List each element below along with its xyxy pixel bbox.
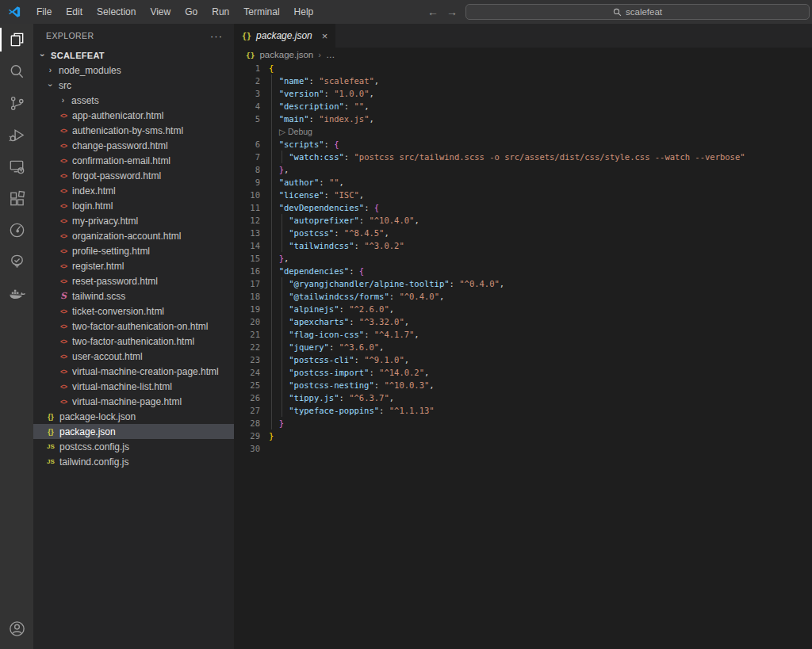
code-line[interactable]: 23 "postcss-cli": "^9.1.0",	[234, 353, 812, 366]
code-line[interactable]: 5 "main": "index.js",	[234, 113, 812, 125]
tree-item-virtual-machine-page-html[interactable]: <>virtual-machine-page.html	[33, 394, 234, 409]
code-line[interactable]: 16 "dependencies": {	[234, 265, 812, 277]
tree-item-index-html[interactable]: <>index.html	[33, 183, 234, 198]
menu-file[interactable]: File	[29, 3, 59, 21]
code-line[interactable]: 4 "description": "",	[234, 100, 812, 113]
code-line[interactable]: 6 "scripts": {	[234, 138, 812, 151]
command-center-search[interactable]: scalefeat	[465, 4, 810, 20]
code-line[interactable]: 25 "postcss-nesting": "^10.0.3",	[234, 379, 812, 391]
explorer-sidebar: EXPLORER ··· ›SCALEFEAT›node_modules›src…	[33, 24, 234, 649]
line-number: 5	[234, 113, 269, 125]
menu-run[interactable]: Run	[205, 3, 236, 21]
clock-icon[interactable]	[0, 214, 33, 246]
breadcrumb-more[interactable]: …	[326, 50, 335, 59]
explorer-title: EXPLORER	[46, 31, 94, 40]
breadcrumb-file[interactable]: package.json	[259, 50, 313, 59]
tab-close-icon[interactable]: ×	[322, 30, 328, 42]
code-line[interactable]: 3 "version": "1.0.0",	[234, 87, 812, 100]
tree-item-organization-account-html[interactable]: <>organization-account.html	[33, 228, 234, 243]
code-line[interactable]: 14 "tailwindcss": "^3.0.2"	[234, 239, 812, 252]
tree-item-two-factor-authenication-html[interactable]: <>two-factor-authenication.html	[33, 334, 234, 349]
indent-guide	[282, 404, 282, 417]
todo-tree-icon[interactable]	[0, 246, 33, 277]
indent-guide	[282, 239, 282, 252]
line-number: 1	[234, 62, 269, 74]
tree-item-my-privacy-html[interactable]: <>my-privacy.html	[33, 213, 234, 228]
menu-edit[interactable]: Edit	[59, 3, 90, 21]
code-line[interactable]: 15 },	[234, 252, 812, 265]
code-line[interactable]: 8 },	[234, 163, 812, 176]
docker-icon[interactable]	[0, 277, 33, 309]
menu-view[interactable]: View	[143, 3, 178, 21]
tree-item-login-html[interactable]: <>login.html	[33, 198, 234, 213]
explorer-actions-icon[interactable]: ···	[210, 30, 223, 42]
tree-item-profile-setting-html[interactable]: <>profile-setting.html	[33, 243, 234, 258]
code-line[interactable]: 9 "author": "",	[234, 176, 812, 189]
code-line[interactable]: 13 "postcss": "^8.4.5",	[234, 227, 812, 239]
back-arrow-icon[interactable]: ←	[427, 6, 439, 18]
breadcrumb: {} package.json › …	[234, 48, 812, 62]
html-file-icon: <>	[57, 127, 70, 135]
code-line[interactable]: 30	[234, 442, 812, 455]
code-line[interactable]: 1{	[234, 62, 812, 74]
tree-item-authenication-by-sms-html[interactable]: <>authenication-by-sms.html	[33, 123, 234, 138]
tree-item-register-html[interactable]: <>register.html	[33, 258, 234, 273]
code-line[interactable]: 11 "devDependencies": {	[234, 201, 812, 214]
tree-item-postcss-config-js[interactable]: JSpostcss.config.js	[33, 439, 234, 454]
extensions-icon[interactable]	[0, 182, 33, 214]
tree-item-user-accout-html[interactable]: <>user-accout.html	[33, 349, 234, 364]
code-line[interactable]: 7 "watch:css": "postcss src/tailwind.scs…	[234, 151, 812, 163]
search-icon[interactable]	[0, 55, 33, 87]
menu-terminal[interactable]: Terminal	[236, 3, 286, 21]
menu-help[interactable]: Help	[287, 3, 321, 21]
code-line[interactable]: 10 "license": "ISC",	[234, 189, 812, 201]
editor-group: {} package.json × {} package.json › … 1{…	[234, 24, 812, 649]
codelens-row[interactable]: ▷ Debug	[234, 125, 812, 138]
code-line[interactable]: 24 "postcss-import": "^14.0.2",	[234, 366, 812, 379]
vscode-window: FileEditSelectionViewGoRunTerminalHelp ←…	[0, 0, 812, 649]
tree-item-node-modules[interactable]: ›node_modules	[33, 63, 234, 78]
tree-item-src[interactable]: ›src	[33, 78, 234, 93]
tab-package-json[interactable]: {} package.json ×	[234, 24, 336, 48]
code-editor[interactable]: 1{2 "name": "scalefeat",3 "version": "1.…	[234, 62, 812, 649]
tree-item-scalefeat[interactable]: ›SCALEFEAT	[33, 48, 234, 63]
tree-item-virtual-machine-creation-page-html[interactable]: <>virtual-machine-creation-page.html	[33, 364, 234, 379]
tree-item-package-lock-json[interactable]: {}package-lock.json	[33, 409, 234, 424]
tree-item-change-password-html[interactable]: <>change-password.html	[33, 138, 234, 153]
tree-item-two-factor-authenication-on-html[interactable]: <>two-factor-authenication-on.html	[33, 319, 234, 334]
tree-item-forgot-password-html[interactable]: <>forgot-password.html	[33, 168, 234, 183]
tree-item-tailwind-config-js[interactable]: JStailwind.config.js	[33, 454, 234, 469]
explorer-icon[interactable]	[0, 24, 33, 55]
indent-guide	[271, 353, 272, 366]
codelens-debug[interactable]: ▷ Debug	[269, 127, 312, 136]
line-content: "flag-icon-css": "^4.1.7",	[269, 328, 812, 341]
forward-arrow-icon[interactable]: →	[446, 6, 458, 18]
tree-item-reset-password-html[interactable]: <>reset-password.html	[33, 273, 234, 288]
code-line[interactable]: 26 "tippy.js": "^6.3.7",	[234, 391, 812, 404]
source-control-icon[interactable]	[0, 87, 33, 119]
code-line[interactable]: 22 "jquery": "^3.6.0",	[234, 341, 812, 353]
code-line[interactable]: 21 "flag-icon-css": "^4.1.7",	[234, 328, 812, 341]
code-line[interactable]: 2 "name": "scalefeat",	[234, 74, 812, 87]
tree-item-assets[interactable]: ›assets	[33, 93, 234, 108]
remote-explorer-icon[interactable]	[0, 151, 33, 182]
tree-item-ticket-conversion-html[interactable]: <>ticket-conversion.html	[33, 304, 234, 319]
tree-item-confirmation-email-html[interactable]: <>confirmation-email.html	[33, 153, 234, 168]
menu-selection[interactable]: Selection	[90, 3, 143, 21]
run-debug-icon[interactable]	[0, 119, 33, 151]
code-line[interactable]: 27 "typeface-poppins": "^1.1.13"	[234, 404, 812, 417]
code-line[interactable]: 12 "autoprefixer": "^10.4.0",	[234, 214, 812, 227]
tree-item-app-authenicator-html[interactable]: <>app-authenicator.html	[33, 108, 234, 123]
tree-item-package-json[interactable]: {}package.json	[33, 424, 234, 439]
tree-item-virtual-machine-list-html[interactable]: <>virtual-machine-list.html	[33, 379, 234, 394]
account-icon[interactable]	[0, 613, 33, 644]
code-line[interactable]: 18 "@tailwindcss/forms": "^0.4.0",	[234, 290, 812, 303]
code-line[interactable]: 19 "alpinejs": "^2.6.0",	[234, 303, 812, 315]
tree-item-tailwind-scss[interactable]: Stailwind.scss	[33, 288, 234, 304]
code-line[interactable]: 29}	[234, 429, 812, 442]
menu-go[interactable]: Go	[178, 3, 205, 21]
code-line[interactable]: 17 "@ryangjchandler/alpine-tooltip": "^0…	[234, 277, 812, 290]
code-line[interactable]: 28 }	[234, 417, 812, 429]
line-content: "name": "scalefeat",	[269, 74, 812, 87]
code-line[interactable]: 20 "apexcharts": "^3.32.0",	[234, 315, 812, 328]
